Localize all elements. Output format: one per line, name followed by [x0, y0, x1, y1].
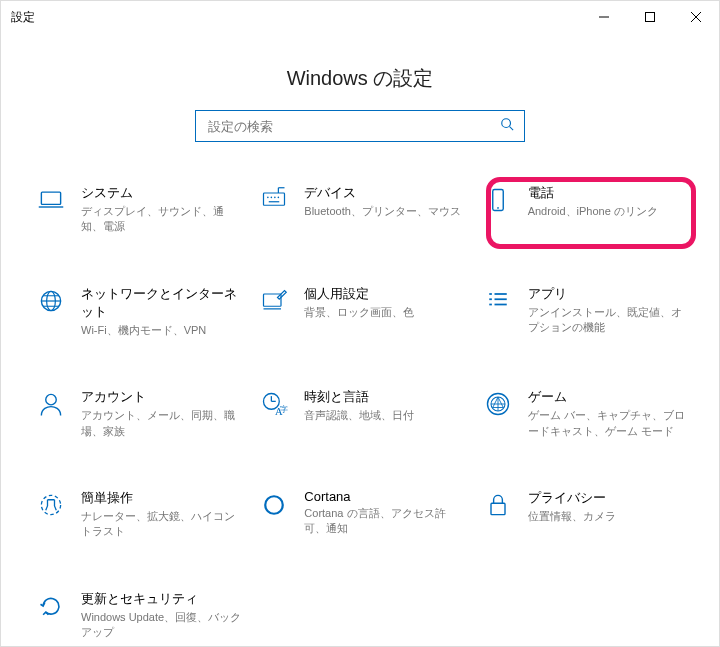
item-desc: Cortana の言語、アクセス許可、通知	[304, 506, 465, 537]
phone-icon	[482, 184, 514, 216]
item-name: システム	[81, 184, 242, 202]
item-name: アプリ	[528, 285, 689, 303]
settings-window: 設定 Windows の設定 システムディスプレイ、サウンド、通知、電源デバイス…	[0, 0, 720, 647]
item-desc: Android、iPhone のリンク	[528, 204, 689, 219]
laptop-icon	[35, 184, 67, 216]
item-desc: Wi-Fi、機内モード、VPN	[81, 323, 242, 338]
keyboard-icon	[258, 184, 290, 216]
settings-item-keyboard[interactable]: デバイスBluetooth、プリンター、マウス	[248, 174, 471, 245]
maximize-button[interactable]	[627, 1, 673, 33]
cortana-icon	[258, 489, 290, 521]
item-desc: アカウント、メール、同期、職場、家族	[81, 408, 242, 439]
settings-item-cortana[interactable]: CortanaCortana の言語、アクセス許可、通知	[248, 479, 471, 550]
item-name: 更新とセキュリティ	[81, 590, 251, 608]
item-name: 簡単操作	[81, 489, 242, 507]
time-lang-icon	[258, 388, 290, 420]
item-name: 電話	[528, 184, 689, 202]
item-name: デバイス	[304, 184, 465, 202]
ease-icon	[35, 489, 67, 521]
minimize-button[interactable]	[581, 1, 627, 33]
item-name: 時刻と言語	[304, 388, 465, 406]
item-desc: Windows Update、回復、バックアップ	[81, 610, 251, 641]
search-container	[1, 110, 719, 142]
svg-rect-1	[646, 13, 655, 22]
settings-item-update[interactable]: 更新とセキュリティWindows Update、回復、バックアップ	[25, 580, 257, 647]
search-input[interactable]	[206, 118, 500, 135]
window-title: 設定	[11, 9, 35, 26]
close-button[interactable]	[673, 1, 719, 33]
item-name: Cortana	[304, 489, 465, 504]
item-desc: アンインストール、既定値、オプションの機能	[528, 305, 689, 336]
settings-grid: システムディスプレイ、サウンド、通知、電源デバイスBluetooth、プリンター…	[1, 174, 719, 647]
settings-item-phone[interactable]: 電話Android、iPhone のリンク	[472, 174, 695, 245]
item-desc: ゲーム バー、キャプチャ、ブロードキャスト、ゲーム モード	[528, 408, 689, 439]
game-icon	[482, 388, 514, 420]
settings-item-laptop[interactable]: システムディスプレイ、サウンド、通知、電源	[25, 174, 248, 245]
titlebar: 設定	[1, 1, 719, 33]
item-name: ネットワークとインターネット	[81, 285, 242, 321]
item-name: 個人用設定	[304, 285, 465, 303]
item-name: ゲーム	[528, 388, 689, 406]
window-controls	[581, 1, 719, 33]
svg-point-4	[502, 119, 511, 128]
settings-item-globe[interactable]: ネットワークとインターネットWi-Fi、機内モード、VPN	[25, 275, 248, 348]
item-desc: 位置情報、カメラ	[528, 509, 689, 524]
person-icon	[35, 388, 67, 420]
item-name: アカウント	[81, 388, 242, 406]
svg-line-5	[510, 127, 514, 131]
globe-icon	[35, 285, 67, 317]
item-desc: ディスプレイ、サウンド、通知、電源	[81, 204, 242, 235]
settings-item-personalize[interactable]: 個人用設定背景、ロック画面、色	[248, 275, 471, 348]
apps-icon	[482, 285, 514, 317]
settings-item-time-lang[interactable]: 時刻と言語音声認識、地域、日付	[248, 378, 471, 449]
settings-item-ease[interactable]: 簡単操作ナレーター、拡大鏡、ハイコントラスト	[25, 479, 248, 550]
item-desc: 音声認識、地域、日付	[304, 408, 465, 423]
search-icon	[500, 117, 514, 135]
settings-item-lock[interactable]: プライバシー位置情報、カメラ	[472, 479, 695, 550]
item-desc: ナレーター、拡大鏡、ハイコントラスト	[81, 509, 242, 540]
personalize-icon	[258, 285, 290, 317]
item-desc: Bluetooth、プリンター、マウス	[304, 204, 465, 219]
settings-item-game[interactable]: ゲームゲーム バー、キャプチャ、ブロードキャスト、ゲーム モード	[472, 378, 695, 449]
item-desc: 背景、ロック画面、色	[304, 305, 465, 320]
settings-item-person[interactable]: アカウントアカウント、メール、同期、職場、家族	[25, 378, 248, 449]
page-title: Windows の設定	[1, 65, 719, 92]
search-box[interactable]	[195, 110, 525, 142]
lock-icon	[482, 489, 514, 521]
settings-item-apps[interactable]: アプリアンインストール、既定値、オプションの機能	[472, 275, 695, 348]
item-name: プライバシー	[528, 489, 689, 507]
update-icon	[35, 590, 67, 622]
